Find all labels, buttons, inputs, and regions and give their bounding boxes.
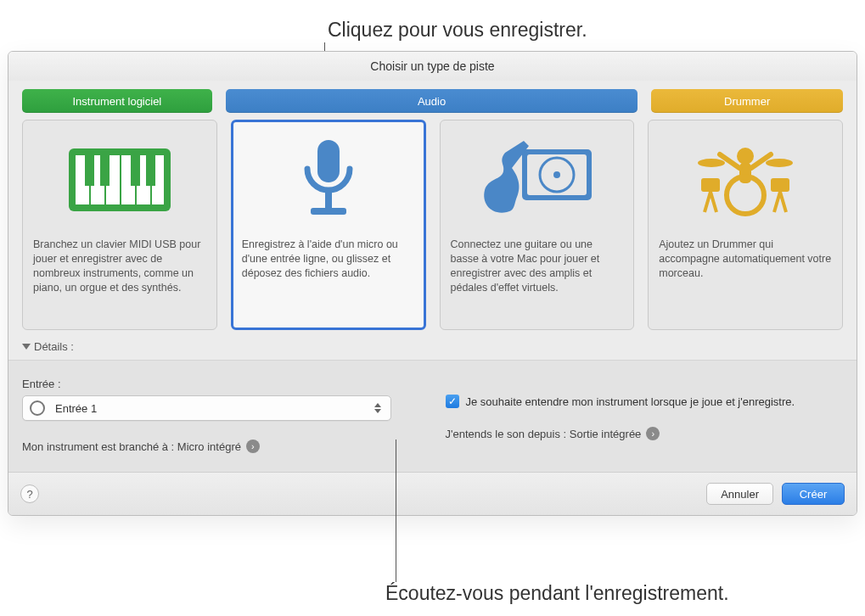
chevron-down-icon [22,344,31,350]
svg-rect-19 [739,163,751,183]
details-panel: Entrée : Entrée 1 Mon instrument est bra… [8,361,857,473]
input-select[interactable]: Entrée 1 [22,395,391,421]
svg-line-30 [780,192,786,212]
updown-caret-icon [372,400,384,417]
monitoring-label: Je souhaite entendre mon instrument lors… [466,395,795,408]
card-guitar-description: Connectez une guitare ou une basse à vot… [451,238,624,295]
arrow-right-icon: › [246,440,260,453]
svg-rect-12 [325,191,332,208]
svg-line-27 [705,192,711,212]
instrument-connection-text: Mon instrument est branché à : Micro int… [22,440,241,453]
card-audio-guitar[interactable]: Connectez une guitare ou une basse à vot… [440,120,635,330]
input-channel-icon [30,400,45,416]
svg-line-28 [711,192,716,212]
svg-rect-10 [146,155,155,186]
track-type-tabs: Instrument logiciel Audio Drummer [8,81,857,120]
svg-rect-11 [317,140,340,182]
track-type-cards: Branchez un clavier MIDI USB pour jouer … [8,120,857,339]
callout-line-bottom [396,440,396,582]
card-software-description: Branchez un clavier MIDI USB pour jouer … [33,238,206,295]
svg-point-22 [698,159,725,167]
svg-rect-4 [120,155,121,204]
instrument-connection-link[interactable]: Mon instrument est branché à : Micro int… [22,440,420,453]
card-drummer[interactable]: Ajoutez un Drummer qui accompagne automa… [648,120,843,330]
details-label: Détails : [34,340,74,353]
guitar-amp-icon [451,129,624,231]
tab-drummer[interactable]: Drummer [651,89,843,113]
keyboard-icon [33,129,206,231]
tab-software-instrument[interactable]: Instrument logiciel [22,89,212,113]
card-drummer-description: Ajoutez un Drummer qui accompagne automa… [659,238,832,281]
details-disclosure[interactable]: Détails : [8,339,857,361]
create-button[interactable]: Créer [782,483,845,505]
svg-rect-25 [701,178,720,192]
svg-point-23 [766,159,793,167]
svg-point-17 [553,171,560,178]
drummer-icon [659,129,832,231]
microphone-icon [242,129,415,231]
output-text: J'entends le son depuis : Sortie intégré… [446,428,642,440]
new-track-dialog: Choisir un type de piste Instrument logi… [8,51,857,516]
svg-line-29 [774,192,780,212]
cancel-button[interactable]: Annuler [706,483,773,505]
callout-record: Cliquez pour vous enregistrer. [328,19,587,42]
tab-audio[interactable]: Audio [226,89,638,113]
output-link[interactable]: J'entends le son depuis : Sortie intégré… [446,427,844,440]
svg-rect-7 [85,155,94,186]
monitoring-checkbox[interactable]: ✓ [446,395,459,408]
card-mic-description: Enregistrez à l'aide d'un micro ou d'une… [242,238,415,281]
card-audio-mic[interactable]: Enregistrez à l'aide d'un micro ou d'une… [231,120,426,330]
card-software-instrument[interactable]: Branchez un clavier MIDI USB pour jouer … [22,120,217,330]
svg-rect-26 [771,178,789,192]
svg-point-18 [737,148,754,165]
svg-rect-9 [131,155,140,186]
dialog-footer: ? Annuler Créer [8,473,857,515]
dialog-title: Choisir un type de piste [8,52,857,81]
input-select-value: Entrée 1 [55,402,372,415]
help-button[interactable]: ? [20,484,39,503]
checkmark-icon: ✓ [448,396,457,406]
arrow-right-icon: › [646,427,660,440]
callout-monitor: Écoutez-vous pendant l'enregistrement. [385,582,729,605]
svg-rect-13 [311,208,346,215]
svg-rect-8 [100,155,110,186]
input-label: Entrée : [22,378,420,390]
